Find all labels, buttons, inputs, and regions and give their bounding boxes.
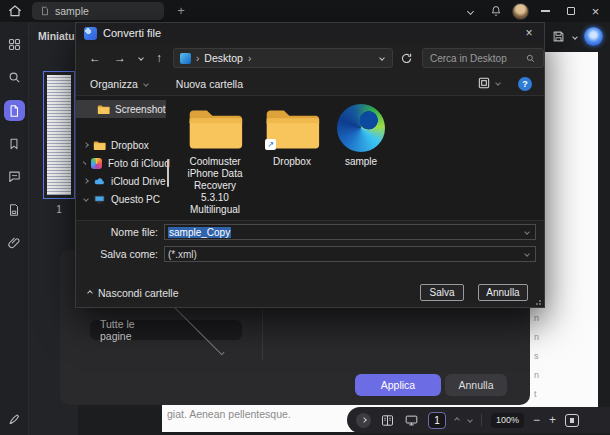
expand-chevron-icon[interactable] <box>83 142 89 148</box>
address-dropdown-chevron-icon[interactable] <box>379 55 385 61</box>
collapse-chevron-icon[interactable] <box>83 196 89 202</box>
home-icon[interactable] <box>7 3 23 19</box>
apply-button[interactable]: Applica <box>355 374 441 396</box>
filename-value: sample_Copy <box>168 227 231 238</box>
app-window: giat. Aenean pellentesque. n n s n t sam… <box>0 0 610 435</box>
new-folder-button[interactable]: Nuova cartella <box>176 78 243 90</box>
tree-item-dropbox[interactable]: Dropbox <box>76 136 166 154</box>
tree-scrollbar[interactable] <box>167 159 169 187</box>
sidebar <box>0 22 29 435</box>
dialog-navigation-bar: ← → ↑ › Desktop › Cerca in Desktop <box>76 45 544 71</box>
recent-locations-chevron-icon[interactable] <box>138 55 144 61</box>
panel-cancel-button[interactable]: Annulla <box>445 374 507 396</box>
attachments-icon[interactable] <box>4 232 25 253</box>
save-icon[interactable] <box>551 29 566 44</box>
chevron-up-icon <box>87 290 93 296</box>
resize-grip[interactable] <box>536 299 542 305</box>
tab-sample[interactable]: sample <box>32 2 164 20</box>
tree-item-screenshot[interactable]: Screenshot <box>76 100 166 118</box>
file-item-dropbox[interactable]: ↗ Dropbox <box>256 98 328 168</box>
page-range-chevron-icon <box>174 305 224 355</box>
statusbar: 1 100% − + <box>347 407 610 433</box>
refresh-icon[interactable] <box>400 52 413 65</box>
expand-chevron-icon[interactable] <box>83 161 87 165</box>
page-range-select[interactable]: Tutte le pagine <box>90 320 242 340</box>
presentation-icon[interactable] <box>404 413 419 428</box>
fit-page-icon[interactable] <box>565 414 579 427</box>
address-bar[interactable]: › Desktop › <box>173 48 393 68</box>
tabs-chevron-icon[interactable] <box>458 0 483 22</box>
minimize-button[interactable] <box>533 0 558 22</box>
dialog-close-button[interactable]: × <box>514 23 544 43</box>
new-tab-button[interactable]: + <box>172 1 190 20</box>
next-page-icon[interactable] <box>467 417 473 423</box>
breadcrumb-location[interactable]: Desktop <box>204 52 243 64</box>
expand-chevron-icon[interactable] <box>83 178 89 184</box>
shortcut-arrow-icon: ↗ <box>265 139 276 150</box>
help-button[interactable]: ? <box>518 77 532 91</box>
folder-icon <box>93 139 106 152</box>
organize-pages-icon[interactable] <box>4 199 25 220</box>
user-avatar[interactable] <box>508 0 533 22</box>
filename-label: Nome file: <box>76 226 158 238</box>
pages-view-icon[interactable] <box>380 413 395 428</box>
search-icon[interactable] <box>4 67 25 88</box>
dialog-titlebar: Converti file <box>76 23 544 43</box>
signature-icon[interactable] <box>4 408 25 429</box>
desktop-icon <box>180 53 191 64</box>
notification-bell-icon[interactable] <box>483 0 508 22</box>
thumbnails-panel-icon[interactable] <box>4 100 25 121</box>
view-mode-chevron-icon <box>495 80 501 86</box>
back-icon[interactable]: ← <box>89 51 101 65</box>
save-button[interactable]: Salva <box>420 284 464 301</box>
page-thumbnail[interactable] <box>44 72 74 198</box>
comments-icon[interactable] <box>4 166 25 187</box>
tree-item-icloud-photos[interactable]: Foto di iCloud <box>76 154 166 172</box>
folder-shortcut-icon: ↗ <box>263 98 321 152</box>
filetype-dropdown-chevron-icon[interactable] <box>524 251 530 257</box>
dialog-title: Converti file <box>103 27 161 39</box>
forward-icon[interactable]: → <box>114 51 126 65</box>
folder-icon <box>97 103 110 116</box>
view-mode-icon <box>477 76 491 90</box>
view-mode-button[interactable] <box>477 76 500 90</box>
organize-chevron-icon <box>143 81 149 87</box>
maximize-button[interactable] <box>558 0 583 22</box>
previous-page-icon[interactable] <box>454 417 460 423</box>
file-item-coolmuster[interactable]: Coolmuster iPhone Data Recovery 5.3.10 M… <box>179 98 251 216</box>
this-pc-icon <box>93 193 106 206</box>
folder-tree: Screenshot Dropbox Foto di iCloud <box>76 96 166 220</box>
close-window-button[interactable]: × <box>583 0 608 22</box>
folder-icon <box>186 98 244 152</box>
current-page-input[interactable]: 1 <box>428 412 446 429</box>
search-box[interactable]: Cerca in Desktop <box>422 48 544 68</box>
zoom-out-button[interactable]: − <box>533 414 540 426</box>
zoom-level[interactable]: 100% <box>491 413 524 428</box>
icloud-drive-icon <box>93 175 106 188</box>
save-options-chevron-icon[interactable] <box>572 34 578 40</box>
expand-statusbar-icon[interactable] <box>356 413 371 428</box>
organize-button[interactable]: Organizza <box>90 78 138 90</box>
file-item-sample[interactable]: sample <box>325 98 397 168</box>
thumbnail-page-number: 1 <box>44 204 74 215</box>
bookmarks-icon[interactable] <box>4 133 25 154</box>
save-dialog: Converti file × ← → ↑ › Desktop › Cerca … <box>75 22 545 308</box>
icloud-photos-icon <box>90 157 103 170</box>
app-logo-icon <box>84 27 97 40</box>
tree-item-this-pc[interactable]: Questo PC <box>76 190 166 208</box>
tab-label: sample <box>55 5 89 17</box>
ai-assistant-icon[interactable] <box>584 27 603 46</box>
document-text-fragments: n n s n t <box>534 313 548 399</box>
filetype-value: (*.xml) <box>168 249 525 260</box>
hide-folders-button[interactable]: Nascondi cartelle <box>88 287 179 299</box>
up-icon[interactable]: ↑ <box>156 51 162 65</box>
filename-input[interactable]: sample_Copy <box>164 224 536 240</box>
tree-item-icloud-drive[interactable]: iCloud Drive <box>76 172 166 190</box>
edge-logo-icon <box>337 98 385 152</box>
document-text: giat. Aenean pellentesque. <box>167 408 291 420</box>
filetype-select[interactable]: (*.xml) <box>164 246 536 262</box>
filename-dropdown-chevron-icon[interactable] <box>524 229 530 235</box>
grid-view-icon[interactable] <box>4 34 25 55</box>
dialog-cancel-button[interactable]: Annulla <box>478 284 528 301</box>
zoom-in-button[interactable]: + <box>549 414 556 426</box>
